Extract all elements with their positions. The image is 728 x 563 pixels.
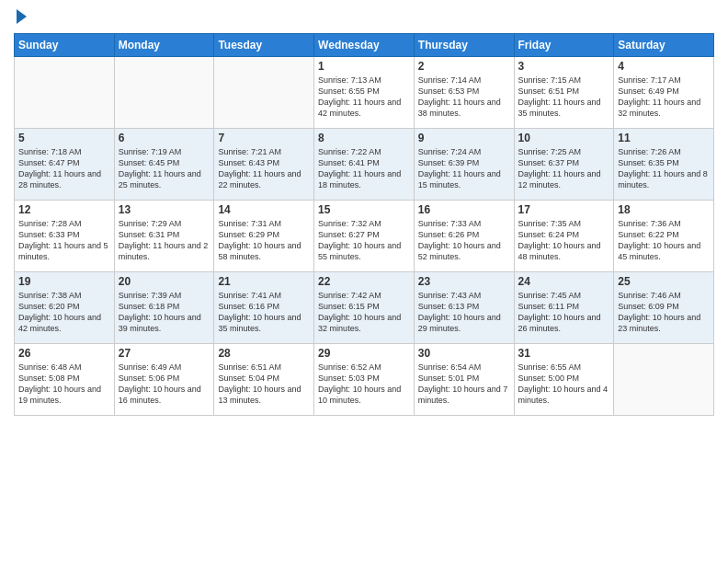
day-number: 12	[18, 203, 110, 216]
day-info: Sunrise: 7:13 AM Sunset: 6:55 PM Dayligh…	[318, 75, 410, 120]
day-info: Sunrise: 6:55 AM Sunset: 5:00 PM Dayligh…	[518, 362, 610, 407]
day-info: Sunrise: 7:22 AM Sunset: 6:41 PM Dayligh…	[318, 146, 410, 191]
table-row: 19Sunrise: 7:38 AM Sunset: 6:20 PM Dayli…	[15, 272, 115, 344]
day-number: 10	[518, 132, 610, 144]
table-row: 14Sunrise: 7:31 AM Sunset: 6:29 PM Dayli…	[214, 201, 314, 272]
page: Sunday Monday Tuesday Wednesday Thursday…	[0, 0, 728, 563]
table-row: 30Sunrise: 6:54 AM Sunset: 5:01 PM Dayli…	[414, 344, 514, 416]
table-row: 3Sunrise: 7:15 AM Sunset: 6:51 PM Daylig…	[514, 57, 614, 129]
table-row: 11Sunrise: 7:26 AM Sunset: 6:35 PM Dayli…	[614, 129, 714, 201]
calendar-week-row: 12Sunrise: 7:28 AM Sunset: 6:33 PM Dayli…	[15, 201, 714, 272]
day-info: Sunrise: 6:51 AM Sunset: 5:04 PM Dayligh…	[218, 362, 310, 407]
day-number: 4	[618, 60, 710, 73]
day-number: 16	[418, 203, 510, 216]
calendar-week-row: 5Sunrise: 7:18 AM Sunset: 6:47 PM Daylig…	[15, 129, 714, 201]
day-number: 29	[318, 347, 410, 360]
day-info: Sunrise: 7:42 AM Sunset: 6:15 PM Dayligh…	[318, 290, 410, 335]
day-number: 28	[218, 347, 310, 360]
table-row: 21Sunrise: 7:41 AM Sunset: 6:16 PM Dayli…	[214, 272, 314, 344]
day-info: Sunrise: 7:25 AM Sunset: 6:37 PM Dayligh…	[518, 146, 610, 191]
day-number: 7	[218, 132, 310, 144]
table-row: 28Sunrise: 6:51 AM Sunset: 5:04 PM Dayli…	[214, 344, 314, 416]
day-info: Sunrise: 7:35 AM Sunset: 6:24 PM Dayligh…	[518, 218, 610, 263]
col-friday: Friday	[514, 34, 614, 57]
day-info: Sunrise: 7:19 AM Sunset: 6:45 PM Dayligh…	[119, 146, 210, 191]
day-info: Sunrise: 7:21 AM Sunset: 6:43 PM Dayligh…	[218, 146, 310, 191]
table-row: 16Sunrise: 7:33 AM Sunset: 6:26 PM Dayli…	[414, 201, 514, 272]
table-row: 2Sunrise: 7:14 AM Sunset: 6:53 PM Daylig…	[414, 57, 514, 129]
table-row: 23Sunrise: 7:43 AM Sunset: 6:13 PM Dayli…	[414, 272, 514, 344]
table-row: 6Sunrise: 7:19 AM Sunset: 6:45 PM Daylig…	[114, 129, 214, 201]
table-row: 12Sunrise: 7:28 AM Sunset: 6:33 PM Dayli…	[15, 201, 115, 272]
day-number: 30	[418, 347, 510, 360]
table-row: 7Sunrise: 7:21 AM Sunset: 6:43 PM Daylig…	[214, 129, 314, 201]
calendar-week-row: 19Sunrise: 7:38 AM Sunset: 6:20 PM Dayli…	[15, 272, 714, 344]
day-info: Sunrise: 7:46 AM Sunset: 6:09 PM Dayligh…	[618, 290, 710, 335]
day-info: Sunrise: 7:45 AM Sunset: 6:11 PM Dayligh…	[518, 290, 610, 335]
table-row: 20Sunrise: 7:39 AM Sunset: 6:18 PM Dayli…	[114, 272, 214, 344]
calendar-table: Sunday Monday Tuesday Wednesday Thursday…	[14, 33, 714, 416]
day-number: 14	[218, 203, 310, 216]
day-number: 23	[418, 275, 510, 288]
table-row: 17Sunrise: 7:35 AM Sunset: 6:24 PM Dayli…	[514, 201, 614, 272]
day-number: 15	[318, 203, 410, 216]
day-number: 11	[618, 132, 710, 144]
day-info: Sunrise: 7:15 AM Sunset: 6:51 PM Dayligh…	[518, 75, 610, 120]
table-row: 31Sunrise: 6:55 AM Sunset: 5:00 PM Dayli…	[514, 344, 614, 416]
calendar-week-row: 26Sunrise: 6:48 AM Sunset: 5:08 PM Dayli…	[15, 344, 714, 416]
day-number: 6	[119, 132, 210, 144]
day-info: Sunrise: 6:48 AM Sunset: 5:08 PM Dayligh…	[18, 362, 110, 407]
day-number: 21	[218, 275, 310, 288]
day-info: Sunrise: 7:38 AM Sunset: 6:20 PM Dayligh…	[18, 290, 110, 335]
col-wednesday: Wednesday	[314, 34, 415, 57]
day-info: Sunrise: 7:26 AM Sunset: 6:35 PM Dayligh…	[618, 146, 710, 191]
day-info: Sunrise: 6:52 AM Sunset: 5:03 PM Dayligh…	[318, 362, 410, 407]
day-number: 22	[318, 275, 410, 288]
logo	[14, 9, 27, 26]
day-info: Sunrise: 7:28 AM Sunset: 6:33 PM Dayligh…	[18, 218, 110, 263]
table-row: 13Sunrise: 7:29 AM Sunset: 6:31 PM Dayli…	[114, 201, 214, 272]
day-number: 25	[618, 275, 710, 288]
day-number: 2	[418, 60, 510, 73]
table-row: 10Sunrise: 7:25 AM Sunset: 6:37 PM Dayli…	[514, 129, 614, 201]
calendar-week-row: 1Sunrise: 7:13 AM Sunset: 6:55 PM Daylig…	[15, 57, 714, 129]
day-info: Sunrise: 7:41 AM Sunset: 6:16 PM Dayligh…	[218, 290, 310, 335]
table-row	[614, 344, 714, 416]
day-info: Sunrise: 7:33 AM Sunset: 6:26 PM Dayligh…	[418, 218, 510, 263]
day-info: Sunrise: 7:43 AM Sunset: 6:13 PM Dayligh…	[418, 290, 510, 335]
table-row	[15, 57, 115, 129]
table-row: 29Sunrise: 6:52 AM Sunset: 5:03 PM Dayli…	[314, 344, 415, 416]
col-saturday: Saturday	[614, 34, 714, 57]
col-sunday: Sunday	[15, 34, 115, 57]
table-row: 1Sunrise: 7:13 AM Sunset: 6:55 PM Daylig…	[314, 57, 415, 129]
table-row: 15Sunrise: 7:32 AM Sunset: 6:27 PM Dayli…	[314, 201, 415, 272]
col-tuesday: Tuesday	[214, 34, 314, 57]
day-info: Sunrise: 7:31 AM Sunset: 6:29 PM Dayligh…	[218, 218, 310, 263]
day-info: Sunrise: 7:14 AM Sunset: 6:53 PM Dayligh…	[418, 75, 510, 120]
day-number: 3	[518, 60, 610, 73]
calendar-header-row: Sunday Monday Tuesday Wednesday Thursday…	[15, 34, 714, 57]
table-row: 26Sunrise: 6:48 AM Sunset: 5:08 PM Dayli…	[15, 344, 115, 416]
day-number: 20	[119, 275, 210, 288]
day-number: 26	[18, 347, 110, 360]
day-number: 27	[119, 347, 210, 360]
col-thursday: Thursday	[414, 34, 514, 57]
day-number: 24	[518, 275, 610, 288]
day-number: 13	[119, 203, 210, 216]
day-info: Sunrise: 7:18 AM Sunset: 6:47 PM Dayligh…	[18, 146, 110, 191]
day-number: 8	[318, 132, 410, 144]
table-row: 9Sunrise: 7:24 AM Sunset: 6:39 PM Daylig…	[414, 129, 514, 201]
table-row: 25Sunrise: 7:46 AM Sunset: 6:09 PM Dayli…	[614, 272, 714, 344]
table-row: 27Sunrise: 6:49 AM Sunset: 5:06 PM Dayli…	[114, 344, 214, 416]
day-number: 17	[518, 203, 610, 216]
day-number: 5	[18, 132, 110, 144]
day-number: 9	[418, 132, 510, 144]
table-row: 24Sunrise: 7:45 AM Sunset: 6:11 PM Dayli…	[514, 272, 614, 344]
day-info: Sunrise: 7:32 AM Sunset: 6:27 PM Dayligh…	[318, 218, 410, 263]
day-number: 31	[518, 347, 610, 360]
table-row: 4Sunrise: 7:17 AM Sunset: 6:49 PM Daylig…	[614, 57, 714, 129]
day-number: 1	[318, 60, 410, 73]
table-row: 8Sunrise: 7:22 AM Sunset: 6:41 PM Daylig…	[314, 129, 415, 201]
table-row	[114, 57, 214, 129]
logo-triangle-icon	[17, 9, 27, 24]
